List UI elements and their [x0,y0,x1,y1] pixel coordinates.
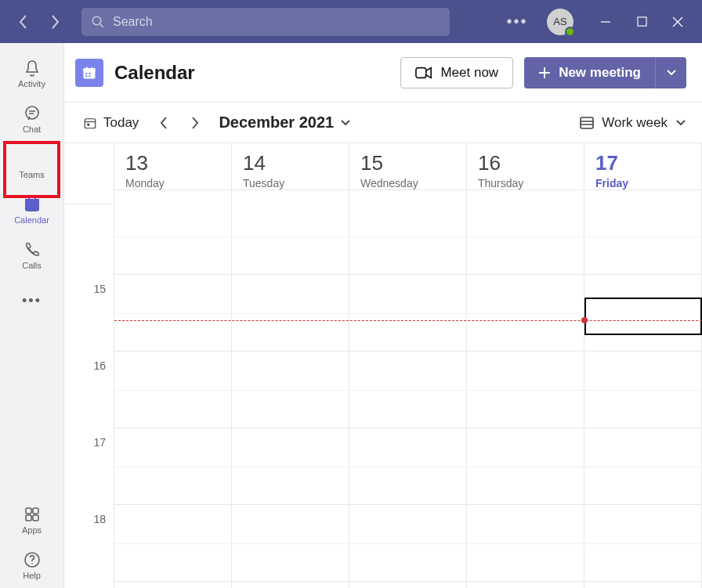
day-number: 16 [478,151,573,175]
hour-slot[interactable] [114,582,231,588]
prev-period-button[interactable] [150,109,178,137]
day-slots[interactable] [584,190,701,588]
svg-rect-1 [637,17,646,26]
calendar-toolbar: Today December 2021 Work week [64,103,702,143]
more-button[interactable]: ••• [501,6,533,38]
day-column[interactable]: 14Tuesday [232,143,349,588]
hour-slot[interactable] [467,428,584,505]
hour-slot[interactable] [232,198,349,275]
sidebar-more-button[interactable]: ••• [0,278,64,323]
hour-slot[interactable] [349,352,466,428]
search-box[interactable]: Search [81,8,450,36]
svg-rect-7 [25,199,39,203]
sidebar-item-help[interactable]: Help [0,543,64,588]
svg-rect-17 [84,68,96,71]
chevron-left-icon [160,117,168,129]
hour-slot[interactable] [467,352,584,428]
hour-slot[interactable] [349,198,466,275]
svg-rect-11 [33,508,38,514]
hour-slot[interactable] [349,582,466,588]
day-name: Tuesday [243,177,338,189]
hour-slot[interactable] [584,428,701,505]
day-column[interactable]: 16Thursday [467,143,584,588]
hour-slot[interactable] [349,428,466,505]
day-column[interactable]: 17Friday [584,143,702,588]
day-column[interactable]: 15Wednesday [349,143,467,588]
chevron-down-icon [340,119,351,127]
hour-slot[interactable] [467,582,584,588]
close-button[interactable] [660,0,696,43]
today-label: Today [103,115,139,131]
hour-slot[interactable] [114,352,231,428]
hour-slot[interactable] [232,275,349,352]
hour-slot[interactable] [584,352,701,428]
hour-slot[interactable] [467,198,584,275]
hour-slot[interactable] [114,428,231,505]
day-slots[interactable] [467,190,584,588]
sidebar-item-calendar[interactable]: Calendar [0,187,64,233]
sidebar-item-label: Help [23,571,41,580]
hour-slot[interactable] [467,505,584,582]
day-header[interactable]: 13Monday [114,143,231,190]
meet-now-button[interactable]: Meet now [400,57,513,88]
day-header[interactable]: 15Wednesday [349,143,466,190]
hour-slot[interactable] [467,275,584,352]
hour-slot[interactable] [232,428,349,505]
hour-slot[interactable] [349,505,466,582]
hour-slot[interactable] [584,582,701,588]
day-number: 13 [125,151,220,175]
minimize-button[interactable] [588,0,624,43]
month-label: December 2021 [219,114,334,132]
svg-rect-22 [85,75,88,77]
svg-rect-10 [26,508,31,514]
today-icon [83,116,97,130]
month-picker[interactable]: December 2021 [219,114,351,132]
maximize-button[interactable] [624,0,660,43]
main-area: Calendar Meet now New meeting Today [64,43,702,588]
svg-rect-23 [89,75,91,77]
new-meeting-button[interactable]: New meeting [524,57,655,88]
hour-slot[interactable] [114,198,231,275]
hour-slot[interactable] [349,275,466,352]
hour-slot[interactable] [114,505,231,582]
hour-slot[interactable] [232,352,349,428]
sidebar-item-apps[interactable]: Apps [0,497,64,543]
day-header[interactable]: 16Thursday [467,143,584,190]
next-period-button[interactable] [181,109,209,137]
sidebar-item-chat[interactable]: Chat [0,96,64,142]
svg-rect-21 [89,73,91,74]
sidebar-item-teams[interactable]: Teams [0,142,64,187]
day-slots[interactable] [232,190,349,588]
day-slots[interactable] [114,190,231,588]
selected-timeslot[interactable] [584,298,702,335]
svg-rect-25 [85,118,96,128]
day-header[interactable]: 17Friday [584,143,701,190]
view-picker[interactable]: Work week [580,115,686,131]
window-controls [588,0,696,43]
svg-point-15 [31,563,33,565]
today-button[interactable]: Today [75,110,147,135]
sidebar-item-calls[interactable]: Calls [0,233,64,278]
sidebar: Activity Chat Teams Calendar Calls ••• A… [0,43,64,588]
day-header[interactable]: 14Tuesday [232,143,349,190]
hour-slot[interactable] [232,505,349,582]
day-slots[interactable] [349,190,466,588]
hour-slot[interactable] [232,582,349,588]
hour-slot[interactable] [584,505,701,582]
hour-slot[interactable] [584,198,701,275]
day-name: Monday [125,177,220,189]
day-name: Thursday [478,177,573,189]
svg-point-2 [26,106,38,119]
forward-button[interactable] [44,11,66,33]
day-column[interactable]: 13Monday [114,143,232,588]
time-label: 18 [64,513,114,588]
hour-slot[interactable] [114,275,231,352]
svg-rect-9 [34,197,36,200]
svg-rect-8 [28,197,30,200]
avatar[interactable]: AS [547,9,574,35]
back-button[interactable] [13,11,34,33]
new-meeting-dropdown[interactable] [655,57,686,88]
sidebar-item-activity[interactable]: Activity [0,51,64,96]
view-label: Work week [602,115,668,131]
svg-rect-13 [33,515,38,521]
